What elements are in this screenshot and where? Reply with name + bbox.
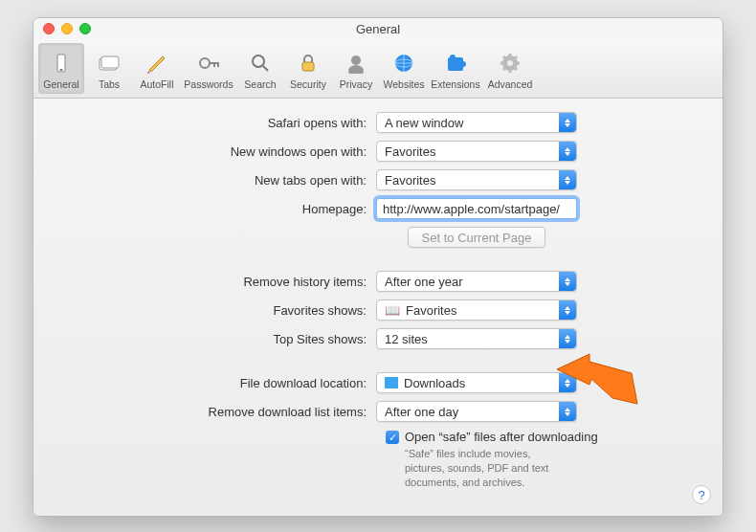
tab-privacy[interactable]: Privacy: [333, 43, 379, 94]
chevron-updown-icon: [559, 272, 576, 291]
autofill-icon: [145, 51, 169, 76]
security-icon: [296, 51, 321, 76]
new-tabs-label: New tabs open with:: [53, 173, 376, 188]
top-sites-select[interactable]: 12 sites: [376, 328, 577, 349]
toolbar: General Tabs AutoFill Passwords Search: [33, 39, 723, 99]
remove-download-label: Remove download list items:: [53, 405, 376, 419]
svg-point-7: [351, 55, 361, 65]
open-safe-help-text: “Safe” files include movies, pictures, s…: [53, 447, 703, 490]
svg-point-4: [200, 58, 210, 68]
set-current-page-button[interactable]: Set to Current Page: [408, 227, 546, 248]
tabs-icon: [97, 51, 122, 76]
tab-label: Passwords: [184, 78, 233, 90]
privacy-icon: [344, 51, 368, 76]
tab-label: Extensions: [431, 78, 479, 90]
select-value: 12 sites: [385, 332, 428, 346]
safari-opens-with-select[interactable]: A new window: [376, 112, 577, 133]
chevron-updown-icon: [559, 402, 576, 421]
window-controls: [43, 23, 91, 34]
tab-label: Security: [290, 78, 326, 90]
remove-history-label: Remove history items:: [53, 275, 376, 289]
tab-label: General: [43, 78, 78, 90]
tab-websites[interactable]: Websites: [381, 43, 427, 94]
svg-point-13: [460, 61, 466, 67]
folder-icon: [385, 377, 398, 388]
homepage-field[interactable]: [376, 198, 577, 219]
select-value: A new window: [385, 116, 463, 130]
tab-extensions[interactable]: Extensions: [429, 43, 482, 94]
select-value: Favorites: [406, 303, 456, 318]
tab-label: Websites: [384, 78, 425, 90]
svg-rect-1: [59, 69, 63, 71]
content-area: Safari opens with: A new window New wind…: [33, 99, 723, 499]
svg-rect-3: [101, 56, 119, 68]
websites-icon: [391, 51, 416, 76]
tab-label: Tabs: [99, 78, 120, 90]
remove-history-select[interactable]: After one year: [376, 271, 577, 292]
select-value: Downloads: [404, 376, 465, 390]
top-sites-label: Top Sites shows:: [53, 332, 376, 346]
svg-rect-6: [302, 62, 314, 71]
help-icon: ?: [698, 488, 704, 502]
svg-point-8: [348, 65, 364, 74]
tab-tabs[interactable]: Tabs: [86, 43, 132, 94]
preferences-window: General General Tabs AutoFill Passwords: [33, 17, 723, 517]
close-icon[interactable]: [43, 23, 55, 34]
titlebar: General: [33, 18, 723, 39]
favorites-shows-label: Favorites shows:: [53, 303, 376, 318]
extensions-icon: [443, 51, 468, 76]
search-icon: [248, 51, 273, 76]
download-location-label: File download location:: [53, 376, 376, 390]
tab-passwords[interactable]: Passwords: [182, 43, 235, 94]
chevron-updown-icon: [559, 142, 576, 161]
select-value: Favorites: [385, 173, 435, 188]
maximize-icon[interactable]: [79, 23, 91, 34]
tab-label: Search: [244, 78, 276, 90]
chevron-updown-icon: [559, 300, 576, 320]
svg-point-15: [507, 60, 513, 66]
select-value: After one day: [385, 405, 458, 419]
svg-point-12: [450, 55, 456, 60]
open-safe-checkbox[interactable]: [386, 431, 399, 444]
select-value: After one year: [385, 275, 463, 289]
advanced-icon: [498, 51, 523, 76]
passwords-icon: [196, 51, 221, 76]
tab-general[interactable]: General: [38, 43, 84, 94]
tab-autofill[interactable]: AutoFill: [134, 43, 180, 94]
window-title: General: [356, 22, 400, 36]
chevron-updown-icon: [559, 329, 576, 348]
help-button[interactable]: ?: [692, 485, 711, 504]
tab-search[interactable]: Search: [237, 43, 283, 94]
tab-label: Advanced: [488, 78, 533, 90]
tab-security[interactable]: Security: [285, 43, 331, 94]
chevron-updown-icon: [559, 170, 576, 189]
remove-download-select[interactable]: After one day: [376, 401, 577, 422]
open-safe-label[interactable]: Open “safe” files after downloading: [405, 430, 598, 444]
tab-advanced[interactable]: Advanced: [484, 43, 536, 94]
new-windows-select[interactable]: Favorites: [376, 141, 577, 162]
safari-opens-with-label: Safari opens with:: [53, 116, 376, 130]
chevron-updown-icon: [559, 113, 576, 132]
tab-label: Privacy: [340, 78, 372, 90]
new-tabs-select[interactable]: Favorites: [376, 169, 577, 190]
general-icon: [49, 51, 74, 76]
download-location-select[interactable]: Downloads: [376, 372, 577, 393]
chevron-updown-icon: [559, 373, 576, 392]
new-windows-label: New windows open with:: [53, 144, 376, 159]
select-value: Favorites: [385, 144, 435, 159]
homepage-label: Homepage:: [53, 202, 376, 216]
minimize-icon[interactable]: [61, 23, 73, 34]
book-icon: 📖: [385, 303, 400, 318]
favorites-shows-select[interactable]: 📖 Favorites: [376, 299, 577, 321]
svg-point-5: [253, 55, 264, 67]
tab-label: AutoFill: [140, 78, 173, 90]
